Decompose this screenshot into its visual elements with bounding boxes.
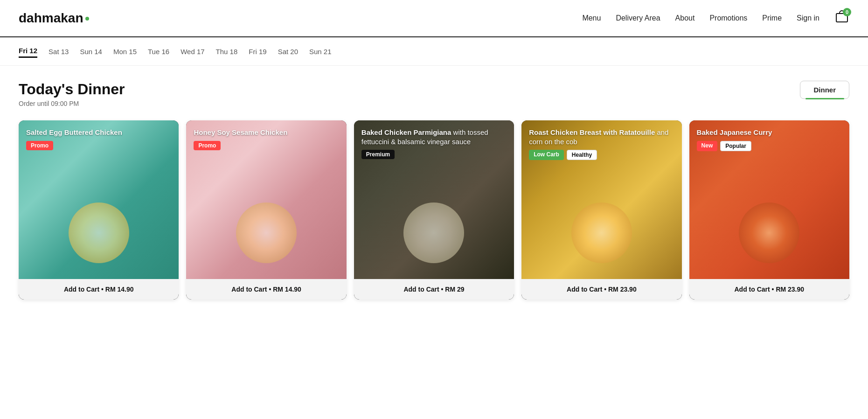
section-subtitle: Order until 09:00 PM bbox=[19, 100, 125, 107]
header: dahmakan MenuDelivery AreaAboutPromotion… bbox=[0, 0, 868, 37]
date-bar: Fri 12Sat 13Sun 14Mon 15Tue 16Wed 17Thu … bbox=[0, 37, 868, 66]
food-decoration-4 bbox=[571, 203, 632, 263]
badge-row-5: NewPopular bbox=[697, 141, 842, 151]
card-image-4: Roast Chicken Breast with Ratatouille an… bbox=[521, 120, 681, 279]
logo[interactable]: dahmakan bbox=[19, 11, 89, 26]
cart-button[interactable]: 0 bbox=[834, 10, 849, 27]
food-card-3[interactable]: Baked Chicken Parmigiana with tossed fet… bbox=[354, 120, 514, 300]
food-card-5[interactable]: Baked Japanese Curry NewPopular Add to C… bbox=[689, 120, 849, 300]
card-image-5: Baked Japanese Curry NewPopular bbox=[689, 120, 849, 279]
badge-row-3: Premium bbox=[361, 150, 507, 159]
card-overlay-1: Salted Egg Buttered Chicken Promo bbox=[19, 120, 179, 158]
date-item-sun-14[interactable]: Sun 14 bbox=[80, 46, 102, 57]
add-to-cart-btn-2[interactable]: Add to Cart • RM 14.90 bbox=[186, 279, 346, 300]
date-item-thu-18[interactable]: Thu 18 bbox=[216, 46, 238, 57]
food-decoration-3 bbox=[403, 203, 464, 263]
food-card-2[interactable]: Honey Soy Sesame Chicken Promo Add to Ca… bbox=[186, 120, 346, 300]
section-title: Today's Dinner bbox=[19, 81, 125, 98]
date-item-mon-15[interactable]: Mon 15 bbox=[113, 46, 137, 57]
card-title-2: Honey Soy Sesame Chicken bbox=[194, 128, 339, 137]
badge-popular: Popular bbox=[720, 141, 751, 151]
nav-item-delivery-area[interactable]: Delivery Area bbox=[616, 14, 660, 22]
logo-dot bbox=[85, 17, 89, 21]
add-to-cart-btn-1[interactable]: Add to Cart • RM 14.90 bbox=[19, 279, 179, 300]
add-to-cart-btn-4[interactable]: Add to Cart • RM 23.90 bbox=[521, 279, 681, 300]
date-item-tue-16[interactable]: Tue 16 bbox=[148, 46, 169, 57]
main-content: Today's Dinner Order until 09:00 PM Dinn… bbox=[0, 66, 868, 314]
card-image-2: Honey Soy Sesame Chicken Promo bbox=[186, 120, 346, 279]
logo-text: dahmakan bbox=[19, 11, 83, 26]
add-to-cart-btn-5[interactable]: Add to Cart • RM 23.90 bbox=[689, 279, 849, 300]
card-overlay-4: Roast Chicken Breast with Ratatouille an… bbox=[521, 120, 681, 168]
food-card-1[interactable]: Salted Egg Buttered Chicken Promo Add to… bbox=[19, 120, 179, 300]
food-card-4[interactable]: Roast Chicken Breast with Ratatouille an… bbox=[521, 120, 681, 300]
nav-item-about[interactable]: About bbox=[675, 14, 695, 22]
date-item-wed-17[interactable]: Wed 17 bbox=[181, 46, 204, 57]
badge-row-1: Promo bbox=[26, 141, 171, 150]
card-title-5: Baked Japanese Curry bbox=[697, 128, 842, 137]
date-item-sat-20[interactable]: Sat 20 bbox=[278, 46, 298, 57]
cards-grid: Salted Egg Buttered Chicken Promo Add to… bbox=[19, 120, 849, 300]
badge-premium: Premium bbox=[361, 150, 395, 159]
nav: MenuDelivery AreaAboutPromotionsPrimeSig… bbox=[582, 10, 849, 27]
card-overlay-2: Honey Soy Sesame Chicken Promo bbox=[186, 120, 346, 158]
card-overlay-5: Baked Japanese Curry NewPopular bbox=[689, 120, 849, 159]
food-decoration-2 bbox=[236, 203, 297, 263]
nav-item-promotions[interactable]: Promotions bbox=[709, 14, 747, 22]
nav-item-sign-in[interactable]: Sign in bbox=[797, 14, 819, 22]
cart-badge: 0 bbox=[843, 8, 851, 16]
food-decoration-1 bbox=[69, 203, 129, 263]
badge-promo: Promo bbox=[194, 141, 221, 150]
badge-lowcarb: Low Carb bbox=[529, 150, 564, 160]
badge-promo: Promo bbox=[26, 141, 53, 150]
card-overlay-3: Baked Chicken Parmigiana with tossed fet… bbox=[354, 120, 514, 167]
card-title-3: Baked Chicken Parmigiana with tossed fet… bbox=[361, 128, 507, 146]
card-title-1: Salted Egg Buttered Chicken bbox=[26, 128, 171, 137]
badge-new: New bbox=[697, 141, 718, 151]
card-title-4: Roast Chicken Breast with Ratatouille an… bbox=[529, 128, 674, 146]
food-decoration-5 bbox=[739, 203, 799, 263]
badge-row-2: Promo bbox=[194, 141, 339, 150]
nav-item-menu[interactable]: Menu bbox=[582, 14, 601, 22]
date-item-sun-21[interactable]: Sun 21 bbox=[309, 46, 332, 57]
add-to-cart-btn-3[interactable]: Add to Cart • RM 29 bbox=[354, 279, 514, 300]
dinner-tab[interactable]: Dinner bbox=[800, 81, 849, 99]
card-image-1: Salted Egg Buttered Chicken Promo bbox=[19, 120, 179, 279]
badge-healthy: Healthy bbox=[567, 150, 597, 160]
section-title-block: Today's Dinner Order until 09:00 PM bbox=[19, 81, 125, 107]
nav-item-prime[interactable]: Prime bbox=[762, 14, 782, 22]
date-item-fri-19[interactable]: Fri 19 bbox=[249, 46, 266, 57]
section-header: Today's Dinner Order until 09:00 PM Dinn… bbox=[19, 81, 849, 107]
date-item-sat-13[interactable]: Sat 13 bbox=[49, 46, 69, 57]
card-image-3: Baked Chicken Parmigiana with tossed fet… bbox=[354, 120, 514, 279]
date-item-fri-12[interactable]: Fri 12 bbox=[19, 45, 37, 58]
badge-row-4: Low CarbHealthy bbox=[529, 150, 674, 160]
